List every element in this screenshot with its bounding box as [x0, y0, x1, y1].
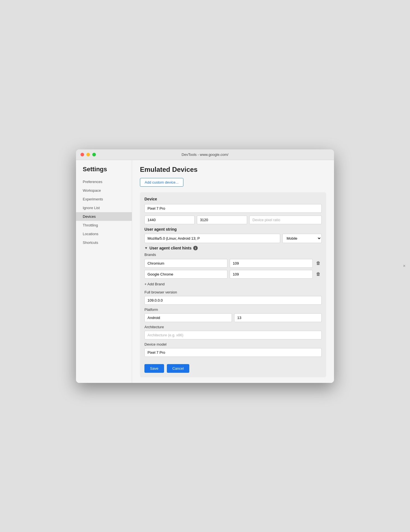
- brand-row-2: 🗑: [144, 270, 322, 279]
- sidebar-item-locations[interactable]: Locations: [76, 230, 132, 238]
- main-content: × Emulated Devices Add custom device... …: [132, 160, 334, 383]
- full-version-input[interactable]: [144, 296, 322, 305]
- platform-row: [144, 313, 322, 322]
- sidebar-item-shortcuts[interactable]: Shortcuts: [76, 238, 132, 247]
- brand1-name-input[interactable]: [144, 259, 227, 268]
- device-model-input[interactable]: [144, 348, 322, 357]
- hints-title: User agent client hints: [149, 246, 192, 250]
- page-title: Emulated Devices: [140, 166, 326, 174]
- sidebar: Settings Preferences Workspace Experimen…: [76, 160, 132, 383]
- sidebar-heading: Settings: [76, 166, 132, 177]
- pixel-ratio-input[interactable]: [249, 216, 322, 224]
- hints-toggle-icon[interactable]: ▼: [144, 246, 148, 250]
- sidebar-item-experiments[interactable]: Experiments: [76, 195, 132, 203]
- brand2-name-input[interactable]: [144, 270, 227, 279]
- sidebar-item-throttling[interactable]: Throttling: [76, 221, 132, 230]
- save-button[interactable]: Save: [144, 364, 164, 373]
- sidebar-item-workspace[interactable]: Workspace: [76, 186, 132, 195]
- dimensions-row: [144, 216, 322, 224]
- window-title: DevTools - www.google.com/: [182, 152, 229, 157]
- user-agent-type-select[interactable]: Mobile Desktop Tablet: [282, 234, 322, 243]
- sidebar-item-preferences[interactable]: Preferences: [76, 177, 132, 186]
- maximize-traffic-light[interactable]: [92, 153, 96, 156]
- architecture-input[interactable]: [144, 331, 322, 339]
- brand-row-1: 🗑: [144, 259, 322, 268]
- sidebar-item-ignore-list[interactable]: Ignore List: [76, 203, 132, 212]
- device-model-label: Device model: [144, 342, 322, 346]
- device-section-title: Device: [144, 197, 322, 201]
- device-form: Device User agent string Mobile Desktop: [140, 192, 326, 377]
- add-brand-button[interactable]: + Add Brand: [144, 281, 165, 287]
- traffic-lights: [80, 153, 96, 156]
- user-agent-title: User agent string: [144, 227, 322, 232]
- user-agent-row: Mobile Desktop Tablet: [144, 234, 322, 243]
- add-custom-device-button[interactable]: Add custom device...: [140, 178, 183, 187]
- window-body: Settings Preferences Workspace Experimen…: [76, 160, 334, 383]
- architecture-label: Architecture: [144, 325, 322, 329]
- height-input[interactable]: [197, 216, 247, 224]
- cancel-button[interactable]: Cancel: [167, 364, 189, 373]
- brands-label: Brands: [144, 253, 322, 257]
- sidebar-item-devices[interactable]: Devices: [76, 212, 132, 221]
- brand1-delete-button[interactable]: 🗑: [315, 260, 322, 267]
- width-input[interactable]: [144, 216, 195, 224]
- full-version-label: Full browser version: [144, 290, 322, 294]
- brand2-delete-button[interactable]: 🗑: [315, 270, 322, 278]
- user-agent-input[interactable]: [144, 234, 280, 243]
- device-name-input[interactable]: [144, 204, 322, 213]
- brand1-version-input[interactable]: [230, 259, 313, 268]
- devtools-window: DevTools - www.google.com/ Settings Pref…: [76, 149, 334, 383]
- action-buttons: Save Cancel: [144, 364, 322, 373]
- platform-version-input[interactable]: [234, 313, 322, 322]
- close-traffic-light[interactable]: [80, 153, 84, 156]
- brand2-version-input[interactable]: [230, 270, 313, 279]
- titlebar: DevTools - www.google.com/: [76, 149, 334, 160]
- platform-name-input[interactable]: [144, 313, 232, 322]
- platform-label: Platform: [144, 307, 322, 312]
- hints-header: ▼ User agent client hints i: [144, 246, 322, 250]
- info-icon[interactable]: i: [193, 246, 198, 250]
- minimize-traffic-light[interactable]: [86, 153, 90, 156]
